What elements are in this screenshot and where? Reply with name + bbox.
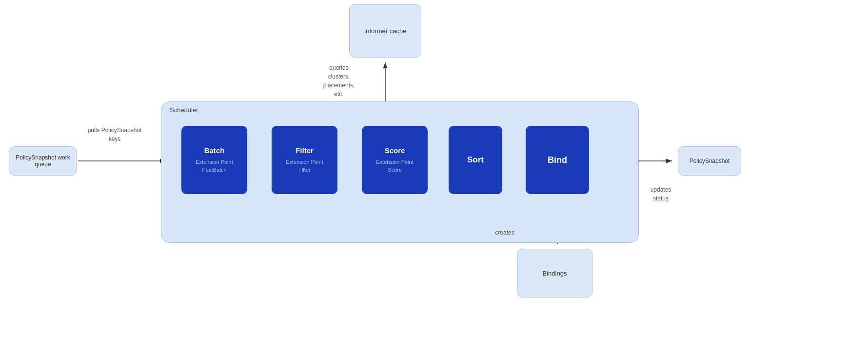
score-title: Score	[385, 146, 405, 155]
bindings-box: Bindings	[517, 249, 592, 298]
pulls-annotation: pulls PolicySnapshot keys	[85, 126, 144, 143]
updates-annotation: updatesstatus	[639, 185, 683, 203]
sort-title: Sort	[467, 155, 484, 165]
informer-cache-box: Informer cache	[349, 4, 421, 58]
score-box: Score Extension PointScore	[362, 126, 428, 194]
filter-subtitle: Extension PointFilter	[286, 159, 323, 174]
filter-title: Filter	[296, 146, 314, 155]
filter-box: Filter Extension PointFilter	[272, 126, 337, 194]
bindings-label: Bindings	[543, 270, 567, 277]
policy-output-box: PolicySnapshot	[678, 146, 741, 176]
batch-box: Batch Extension PointPostBatch	[181, 126, 247, 194]
queries-annotation: queriesclusters,placements,etc.	[310, 63, 368, 99]
batch-title: Batch	[204, 146, 225, 155]
creates-annotation: creates	[483, 228, 527, 237]
bind-title: Bind	[548, 155, 567, 165]
informer-cache-label: Informer cache	[364, 27, 407, 35]
diagram-container: Informer cache Scheduler Batch Extension…	[0, 0, 868, 357]
sort-box: Sort	[449, 126, 502, 194]
policy-output-label: PolicySnapshot	[690, 158, 730, 164]
policy-queue-box: PolicySnapshot work queue	[9, 146, 77, 176]
score-subtitle: Extension PointScore	[376, 159, 413, 174]
scheduler-label: Scheduler	[170, 106, 198, 114]
bind-box: Bind	[526, 126, 589, 194]
batch-subtitle: Extension PointPostBatch	[196, 159, 233, 174]
policy-queue-label: PolicySnapshot work queue	[12, 154, 74, 168]
